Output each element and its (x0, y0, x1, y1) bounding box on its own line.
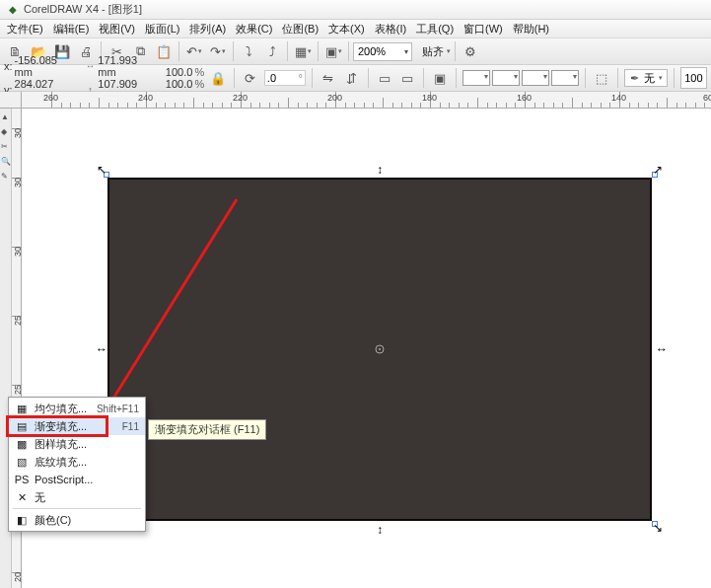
fill-menu-item-1[interactable]: ▤渐变填充...F11 (9, 417, 145, 435)
tool-freehand[interactable]: ✎ (1, 172, 10, 181)
fill-menu-label: 均匀填充... (35, 402, 91, 416)
export-icon[interactable]: ⤴ (261, 40, 283, 62)
snap-label[interactable]: 贴齐▾ (422, 44, 451, 59)
scale-x-value[interactable]: 100.0 (166, 66, 193, 78)
fill-menu-item-4[interactable]: PSPostScript... (9, 471, 145, 488)
separator (233, 41, 234, 61)
color-swatch-1[interactable] (462, 70, 490, 86)
numeric-box[interactable]: 100 (680, 67, 707, 89)
mirror-horizontal-icon[interactable]: ⇋ (319, 67, 338, 89)
fill-menu-item-color[interactable]: ◧颜色(C) (9, 511, 145, 529)
menu-view[interactable]: 视图(V) (94, 20, 140, 38)
scale-factor: 100.0% 100.0% (166, 66, 204, 90)
app-icon: ◆ (6, 3, 20, 17)
menu-help[interactable]: 帮助(H) (508, 20, 554, 38)
swatch-row (462, 70, 579, 86)
window-title: CorelDRAW X4 - [图形1] (24, 2, 142, 17)
color-swatch-3[interactable] (522, 70, 549, 86)
convert-icon[interactable]: ⬚ (592, 67, 611, 89)
fill-menu-icon: ◧ (15, 513, 29, 527)
rotate-icon: ⟳ (241, 67, 260, 89)
separator (423, 68, 424, 88)
menu-table[interactable]: 表格(I) (370, 20, 411, 38)
separator (674, 68, 675, 88)
color-swatch-2[interactable] (492, 70, 520, 86)
to-back-icon[interactable]: ▭ (398, 67, 418, 89)
menu-bitmap[interactable]: 位图(B) (277, 20, 323, 38)
options-icon[interactable]: ⚙ (460, 40, 481, 62)
fill-menu-label: 底纹填充... (35, 455, 133, 470)
outline-width-select[interactable]: ✒ 无 ▾ (624, 69, 668, 87)
separator (287, 41, 288, 61)
tooltip: 渐变填充对话框 (F11) (148, 419, 266, 440)
menu-effects[interactable]: 效果(C) (231, 20, 277, 38)
separator (455, 41, 456, 61)
redo-icon[interactable]: ↷▾ (207, 40, 229, 62)
tool-pick[interactable]: ▲ (1, 112, 10, 121)
menu-arrange[interactable]: 排列(A) (184, 20, 231, 38)
scale-y-value[interactable]: 100.0 (166, 78, 193, 90)
menu-text[interactable]: 文本(X) (323, 20, 370, 38)
lock-ratio-icon[interactable]: 🔒 (208, 67, 228, 89)
width-value[interactable]: 171.993 mm (98, 54, 152, 78)
menu-file[interactable]: 文件(E) (2, 20, 48, 38)
menu-layout[interactable]: 版面(L) (140, 20, 184, 38)
fill-menu-item-5[interactable]: ✕无 (9, 488, 145, 506)
separator (585, 68, 586, 88)
resize-handle-nw[interactable]: ↖ (97, 165, 107, 175)
resize-handle-n[interactable]: ↕ (375, 165, 385, 175)
zoom-level-select[interactable]: 200% (353, 42, 412, 61)
separator (617, 68, 618, 88)
pos-x-value[interactable]: -156.085 mm (15, 54, 72, 78)
selected-rectangle-object[interactable] (107, 178, 652, 521)
menu-tools[interactable]: 工具(Q) (411, 20, 459, 38)
fill-menu-icon: ▩ (15, 437, 29, 451)
menu-edit[interactable]: 编辑(E) (48, 20, 95, 38)
fill-menu-label: 图样填充... (35, 437, 133, 452)
app-launcher-icon[interactable]: ▦▾ (292, 40, 314, 62)
wrap-text-icon[interactable]: ▣ (430, 67, 450, 89)
separator (234, 68, 235, 88)
separator (456, 68, 457, 88)
tool-shape[interactable]: ◆ (1, 127, 10, 136)
tool-crop[interactable]: ✂ (1, 142, 10, 151)
fill-flyout-menu: ▦均匀填充...Shift+F11▤渐变填充...F11▩图样填充...▧底纹填… (8, 397, 146, 532)
separator (348, 41, 349, 61)
welcome-icon[interactable]: ▣▾ (322, 40, 344, 62)
fill-menu-shortcut: F11 (122, 421, 139, 432)
svg-point-1 (379, 348, 381, 350)
color-swatch-4[interactable] (551, 70, 579, 86)
fill-menu-label: 无 (35, 490, 133, 505)
mirror-vertical-icon[interactable]: ⇵ (342, 67, 362, 89)
resize-handle-ne[interactable]: ↗ (653, 165, 663, 175)
resize-handle-w[interactable]: ↔ (97, 344, 107, 354)
ruler-horizontal[interactable]: 26024022020018016014060 (22, 92, 711, 109)
fill-menu-label: 渐变填充... (35, 419, 116, 434)
rotation-angle-input[interactable]: .0° (264, 70, 306, 86)
separator (178, 41, 179, 61)
fill-menu-icon: ▧ (15, 455, 29, 469)
fill-menu-icon: ▤ (15, 419, 29, 433)
resize-handle-se[interactable]: ↘ (653, 523, 663, 533)
undo-icon[interactable]: ↶▾ (183, 40, 205, 62)
fill-menu-item-2[interactable]: ▩图样填充... (9, 435, 145, 453)
fill-menu-shortcut: Shift+F11 (97, 404, 139, 414)
fill-menu-label: PostScript... (35, 474, 133, 485)
to-front-icon[interactable]: ▭ (375, 67, 394, 89)
resize-handle-s[interactable]: ↕ (375, 525, 385, 535)
tool-zoom[interactable]: 🔍 (1, 157, 10, 166)
fill-menu-item-0[interactable]: ▦均匀填充...Shift+F11 (9, 400, 145, 417)
fill-menu-label: 颜色(C) (35, 513, 133, 528)
fill-menu-item-3[interactable]: ▧底纹填充... (9, 453, 145, 471)
menu-window[interactable]: 窗口(W) (459, 20, 508, 38)
object-center-marker (374, 343, 386, 355)
import-icon[interactable]: ⤵ (238, 40, 259, 62)
menu-bar: 文件(E) 编辑(E) 视图(V) 版面(L) 排列(A) 效果(C) 位图(B… (0, 20, 711, 38)
pen-nib-icon: ✒ (629, 72, 641, 84)
separator (318, 41, 319, 61)
paste-icon[interactable]: 📋 (153, 40, 175, 62)
width-icon: ↔ (85, 61, 97, 72)
fill-menu-icon: ✕ (15, 490, 29, 504)
resize-handle-e[interactable]: ↔ (657, 344, 667, 354)
ruler-origin[interactable] (0, 92, 22, 109)
